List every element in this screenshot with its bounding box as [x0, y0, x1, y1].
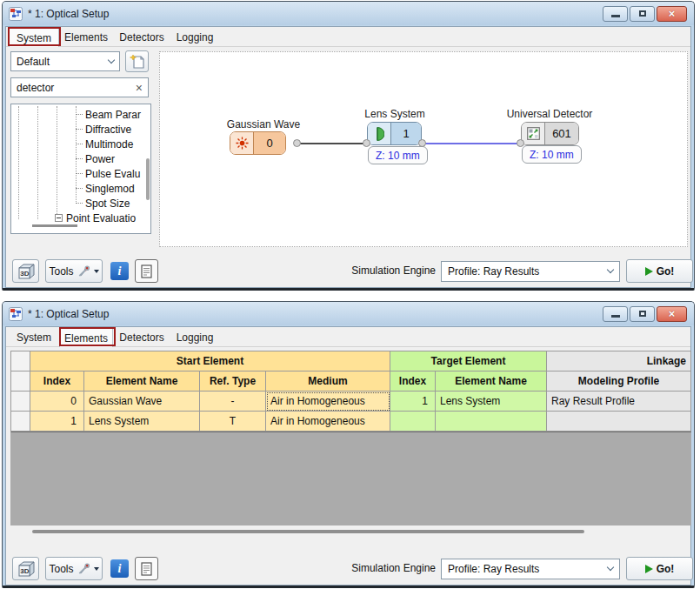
row-selector[interactable] [11, 392, 30, 412]
cell-target-index[interactable]: 1 [390, 392, 436, 412]
node-label: Lens System [338, 108, 451, 120]
column-header[interactable]: Element Name [436, 371, 547, 392]
titlebar[interactable]: * 1: Optical Setup × [3, 302, 694, 325]
cell-target-element-name[interactable] [436, 412, 547, 432]
tab-elements[interactable]: Elements [59, 28, 113, 47]
tab-logging[interactable]: Logging [170, 328, 219, 347]
tab-detectors[interactable]: Detectors [113, 28, 170, 47]
node-lens-system[interactable]: 1 [367, 122, 422, 145]
tree-item[interactable]: Diffractive [76, 122, 150, 137]
simulation-engine-label: Simulation Engine [340, 264, 436, 277]
titlebar[interactable]: * 1: Optical Setup × [3, 2, 694, 25]
cell-medium[interactable]: Air in Homogeneous [266, 412, 390, 432]
simulation-engine-dropdown[interactable]: Profile: Ray Results [441, 261, 620, 282]
cell-start-element-name[interactable]: Lens System [84, 412, 200, 432]
tab-detectors[interactable]: Detectors [113, 328, 170, 347]
tree-horizontal-scrollbar[interactable] [32, 224, 77, 227]
connection-line-lens-detector[interactable] [423, 143, 522, 144]
tab-elements[interactable]: Elements [59, 328, 113, 347]
show-3d-view-button[interactable]: 3D [12, 259, 39, 283]
tab-system[interactable]: System [9, 328, 59, 347]
cell-start-index[interactable]: 1 [30, 412, 84, 432]
go-button[interactable]: Go! [626, 557, 693, 580]
light-source-sun-icon [236, 137, 249, 150]
restore-button[interactable] [630, 6, 655, 22]
dropdown-caret-icon [94, 270, 99, 273]
row-selector[interactable] [11, 412, 30, 432]
clear-search-icon[interactable]: × [136, 82, 143, 94]
document-icon [141, 264, 152, 278]
minimize-button[interactable] [603, 306, 628, 322]
table-horizontal-scrollbar[interactable] [10, 530, 691, 534]
tab-strip: System Elements Detectors Logging [6, 27, 690, 47]
output-port[interactable] [293, 139, 301, 147]
column-header[interactable]: Modeling Profile [547, 371, 691, 392]
close-button[interactable]: × [657, 6, 687, 22]
optical-setup-window-elements: * 1: Optical Setup × System Elements Det… [2, 301, 695, 588]
restore-icon [639, 10, 646, 17]
cell-modeling-profile[interactable]: Ray Result Profile [547, 392, 691, 412]
node-universal-detector[interactable]: 601 [521, 122, 579, 145]
tools-menu-button[interactable]: Tools [45, 557, 103, 580]
output-port[interactable] [418, 139, 426, 147]
restore-button[interactable] [630, 306, 655, 322]
close-button[interactable]: × [657, 306, 687, 322]
cell-target-element-name[interactable]: Lens System [436, 392, 547, 412]
tree-item[interactable]: Pulse Evalu [76, 166, 150, 181]
column-header[interactable]: Index [390, 371, 436, 392]
simulation-engine-dropdown[interactable]: Profile: Ray Results [441, 559, 620, 579]
node-index: 1 [391, 123, 421, 144]
corner-cell [11, 351, 30, 371]
detector-tree: Beam Parar Diffractive Multimode Power P… [10, 104, 151, 234]
tab-system[interactable]: System [9, 28, 59, 47]
search-input[interactable]: detector × [10, 77, 149, 97]
z-position-badge: Z: 10 mm [368, 146, 428, 164]
show-3d-view-button[interactable]: 3D [12, 557, 39, 580]
cell-target-index[interactable] [390, 412, 436, 432]
log-report-button[interactable] [135, 557, 158, 580]
column-header[interactable]: Ref. Type [200, 371, 266, 392]
tree-item[interactable]: Beam Parar [76, 107, 150, 122]
minimize-button[interactable] [603, 6, 628, 22]
play-icon [645, 565, 653, 573]
chevron-down-icon [607, 266, 614, 273]
new-preset-button[interactable] [125, 50, 149, 72]
input-port[interactable] [517, 139, 524, 147]
connection-line-source-lens[interactable] [297, 143, 368, 144]
node-label: Gaussian Wave [207, 118, 320, 131]
scrollbar-thumb[interactable] [32, 530, 584, 533]
go-button[interactable]: Go! [626, 259, 693, 283]
tree-item[interactable]: Power [76, 151, 150, 166]
tree-item[interactable]: Spot Size [76, 196, 150, 211]
log-report-button[interactable] [135, 259, 158, 283]
info-button[interactable]: i [110, 559, 129, 578]
collapse-icon[interactable] [55, 214, 63, 222]
minimize-icon [611, 15, 620, 17]
cell-ref-type[interactable]: T [200, 412, 266, 432]
cell-medium[interactable]: Air in Homogeneous [266, 392, 390, 412]
column-header[interactable]: Index [30, 371, 84, 392]
cell-modeling-profile[interactable] [547, 412, 691, 432]
cell-start-element-name[interactable]: Gaussian Wave [84, 392, 200, 412]
tree-vertical-scrollbar[interactable] [146, 158, 150, 200]
cell-start-index[interactable]: 0 [30, 392, 84, 412]
tree-item[interactable]: Singlemod [76, 181, 150, 196]
dropdown-caret-icon [94, 567, 99, 571]
cell-ref-type[interactable]: - [200, 392, 266, 412]
info-button[interactable]: i [110, 262, 129, 280]
preset-dropdown[interactable]: Default [10, 51, 120, 71]
tab-logging[interactable]: Logging [170, 28, 219, 47]
detector-icon [527, 127, 540, 140]
close-icon: × [669, 308, 676, 319]
optical-setup-canvas[interactable]: Gaussian Wave 0 Lens System [159, 51, 688, 247]
tools-icon [77, 264, 90, 278]
input-port[interactable] [363, 139, 370, 147]
tree-guide [18, 106, 19, 219]
column-header[interactable]: Element Name [84, 371, 200, 392]
column-header[interactable]: Medium [266, 371, 390, 392]
chevron-down-icon [607, 564, 614, 571]
tree-item[interactable]: Multimode [76, 137, 150, 151]
tree-branch-point-evaluation[interactable]: Point Evaluatio [55, 211, 150, 225]
node-gaussian-wave[interactable]: 0 [230, 131, 286, 155]
tools-menu-button[interactable]: Tools [45, 259, 103, 283]
